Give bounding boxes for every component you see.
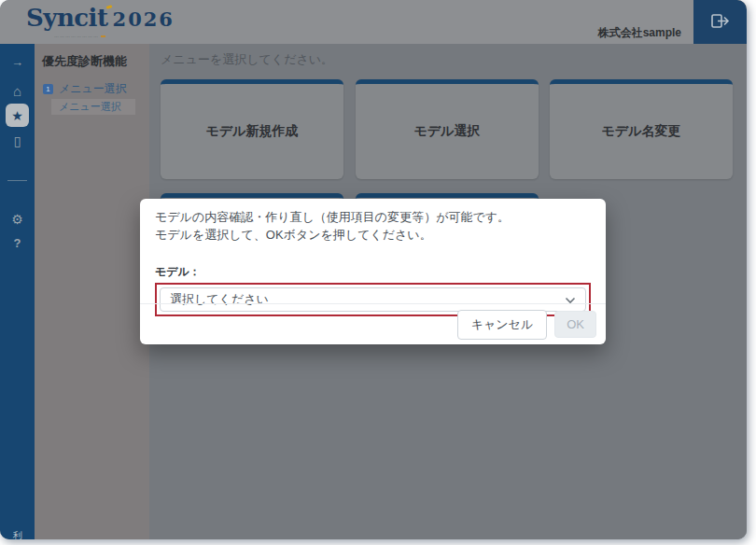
app-header: Syncit2026 …………………… 株式会社sample (0, 0, 747, 44)
help-icon[interactable]: ? (0, 236, 35, 250)
model-field-label: モデル： (155, 264, 591, 280)
mobile-icon[interactable]: ▯ (0, 133, 35, 148)
logout-icon (710, 13, 731, 32)
rail-divider (7, 180, 27, 181)
sidebar-subitem-label: メニュー選択 (51, 100, 121, 114)
gear-icon[interactable]: ⚙ (0, 212, 35, 227)
card-model-select[interactable]: モデル選択 (356, 79, 539, 179)
logo-tagline: …………………… (54, 33, 105, 38)
ok-button[interactable]: OK (554, 311, 596, 338)
dialog-text-line1: モデルの内容確認・作り直し（使用項目の変更等）が可能です。 (155, 208, 591, 226)
app-logo: Syncit2026 …………………… (26, 4, 175, 32)
card-model-create[interactable]: モデル新規作成 (161, 79, 343, 179)
card-model-rename[interactable]: モデル名変更 (550, 79, 733, 179)
home-icon[interactable]: ⌂ (0, 83, 35, 99)
star-nav-active[interactable]: ★ (6, 104, 29, 127)
logo-accent-mark (106, 5, 113, 9)
tagline-tick (101, 35, 105, 37)
terms-vertical-link[interactable]: 利 用 (0, 530, 35, 539)
expand-arrow-icon[interactable]: → (0, 55, 35, 69)
logo-name: Syncit (26, 4, 108, 32)
sidebar-panel: 優先度診断機能 1 メニュー選択 メニュー選択 (35, 44, 149, 539)
page-instruction: メニューを選択してください。 (161, 51, 333, 68)
icon-rail: → ⌂ ★ ▯ ⚙ ? 利 用 (0, 44, 35, 539)
logo-year: 2026 (113, 7, 175, 31)
logout-button[interactable] (693, 0, 747, 44)
company-name: 株式会社sample (598, 25, 681, 41)
model-select-dialog: モデルの内容確認・作り直し（使用項目の変更等）が可能です。 モデルを選択して、O… (140, 199, 606, 344)
card-label: モデル名変更 (602, 123, 681, 140)
screenshot-stage: Syncit2026 …………………… 株式会社sample → ⌂ (0, 0, 756, 545)
dialog-text-line2: モデルを選択して、OKボタンを押してください。 (155, 226, 591, 244)
card-label: モデル選択 (414, 123, 481, 140)
sidebar-subitem-menu-select[interactable]: メニュー選択 (51, 99, 135, 115)
app-window: Syncit2026 …………………… 株式会社sample → ⌂ (0, 0, 747, 539)
sidebar-step-menu-select[interactable]: 1 メニュー選択 (43, 81, 127, 97)
dialog-body: モデルの内容確認・作り直し（使用項目の変更等）が可能です。 モデルを選択して、O… (155, 208, 591, 316)
step-number-badge: 1 (43, 84, 53, 94)
card-label: モデル新規作成 (206, 123, 299, 140)
dialog-footer: キャンセル OK (140, 303, 606, 344)
cancel-button[interactable]: キャンセル (457, 310, 548, 340)
sidebar-step-label: メニュー選択 (59, 81, 127, 97)
star-icon: ★ (11, 108, 23, 123)
sidebar-title: 優先度診断機能 (42, 53, 127, 70)
